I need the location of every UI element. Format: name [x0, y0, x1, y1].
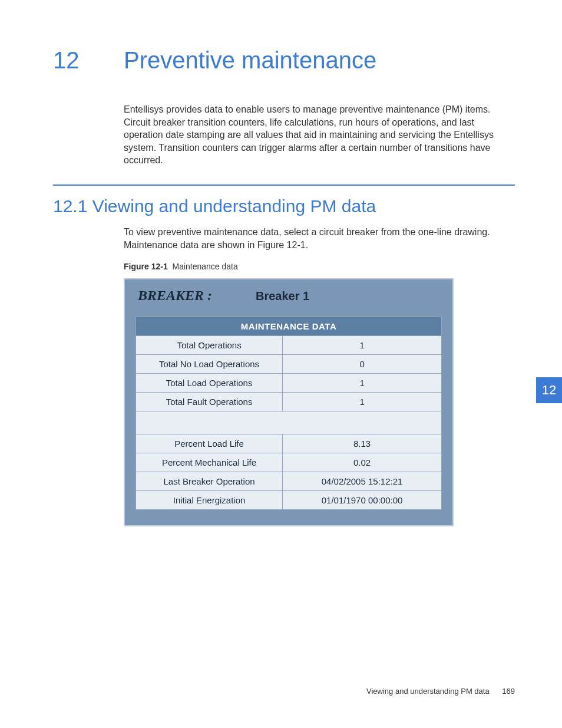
row-value: 0: [283, 355, 442, 374]
breaker-name: Breaker 1: [256, 289, 309, 303]
maintenance-table: MAINTENANCE DATA Total Operations1 Total…: [135, 317, 442, 510]
figure-label: Figure 12-1: [124, 262, 168, 271]
footer-page-number: 169: [502, 687, 515, 696]
maintenance-panel: BREAKER : Breaker 1 MAINTENANCE DATA Tot…: [124, 278, 454, 526]
row-value: 01/01/1970 00:00:00: [283, 491, 442, 510]
chapter-number: 12: [53, 47, 124, 74]
table-row: Last Breaker Operation04/02/2005 15:12:2…: [136, 472, 442, 491]
footer-section-name: Viewing and understanding PM data: [366, 687, 490, 696]
section-heading: 12.1 Viewing and understanding PM data: [53, 196, 515, 216]
intro-paragraph: Entellisys provides data to enable users…: [124, 103, 515, 167]
row-value: 0.02: [283, 453, 442, 472]
row-value: 1: [283, 374, 442, 393]
section-body: To view preventive maintenance data, sel…: [124, 226, 515, 251]
section-number: 12.1: [53, 196, 87, 216]
row-label: Total Fault Operations: [136, 393, 283, 411]
row-label: Last Breaker Operation: [136, 472, 283, 491]
table-row: Percent Mechanical Life0.02: [136, 453, 442, 472]
row-label: Total Load Operations: [136, 374, 283, 393]
row-value: 04/02/2005 15:12:21: [283, 472, 442, 491]
table-row: Total Operations1: [136, 336, 442, 355]
row-value: 8.13: [283, 434, 442, 453]
chapter-title: Preventive maintenance: [124, 47, 376, 74]
page-footer: Viewing and understanding PM data 169: [366, 687, 515, 696]
chapter-side-tab: 12: [536, 377, 562, 403]
row-label: Percent Mechanical Life: [136, 453, 283, 472]
row-label: Total Operations: [136, 336, 283, 355]
figure-caption-text: Maintenance data: [172, 262, 237, 271]
section-title-text: Viewing and understanding PM data: [92, 196, 376, 216]
table-row: Initial Energization01/01/1970 00:00:00: [136, 491, 442, 510]
section-divider: [53, 185, 515, 186]
row-value: 1: [283, 393, 442, 411]
table-row: Total No Load Operations0: [136, 355, 442, 374]
row-label: Initial Energization: [136, 491, 283, 510]
row-value: 1: [283, 336, 442, 355]
row-label: Total No Load Operations: [136, 355, 283, 374]
breaker-label: BREAKER :: [138, 288, 256, 304]
table-header: MAINTENANCE DATA: [136, 317, 442, 336]
table-row: Percent Load Life8.13: [136, 434, 442, 453]
row-label: Percent Load Life: [136, 434, 283, 453]
table-row: Total Load Operations1: [136, 374, 442, 393]
figure-caption: Figure 12-1 Maintenance data: [124, 262, 515, 271]
table-row: Total Fault Operations1: [136, 393, 442, 411]
